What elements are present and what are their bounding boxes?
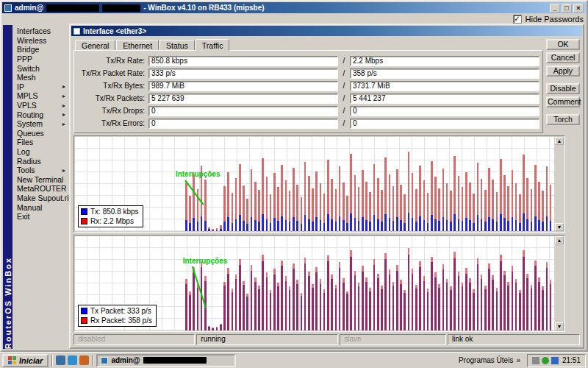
sidebar-item-label: Interfaces [17,26,51,35]
minimize-icon[interactable]: _ [550,4,560,13]
routeros-winbox-banner: RouterOS WinBox [3,25,12,349]
sidebar-item-routing[interactable]: Routing▸ [12,110,68,119]
quicklaunch-media-icon[interactable] [79,355,89,365]
dialog-button-column: OKCancelApplyDisableCommentTorch [546,38,580,133]
quicklaunch-show-desktop-icon[interactable] [56,355,65,365]
sidebar-item-label: Switch [17,64,40,73]
sidebar-item-exit[interactable]: Exit [12,212,68,222]
field-tx-value[interactable]: 850.8 kbps [148,56,338,66]
sidebar-item-label: Manual [17,203,42,212]
tray-status-icon[interactable] [551,357,559,364]
interface-dialog-icon [74,28,80,35]
packet-bars [185,237,553,330]
tray-volume-icon[interactable] [532,357,539,364]
tray-toolbar[interactable]: Programas Úteis » [455,354,524,367]
field-rx-value[interactable]: 3731.7 MiB [350,81,539,91]
sidebar-item-bridge[interactable]: Bridge [12,45,68,54]
field-tx-value[interactable]: 0 [148,118,338,129]
rate-plot-area: Interrupções Tx: 850.8 kbpsRx: 2.2 Mbps [75,137,554,231]
toolbar-row: ✓ Hide Passwords [3,14,584,24]
system-tray: 21:51 [527,354,586,367]
legend-entry: Rx: 2.2 Mbps [81,217,139,225]
scroll-down-icon[interactable]: ▼ [555,322,564,330]
sidebar-item-radius[interactable]: Radius [12,156,68,166]
sidebar-item-ppp[interactable]: PPP [12,54,68,64]
field-tx-value[interactable]: 989.7 MiB [148,81,338,91]
field-tx-value[interactable]: 0 [148,106,338,116]
dialog-body: GeneralEthernetStatusTraffic Tx/Rx Rate:… [71,37,583,347]
maximize-icon[interactable]: □ [562,4,572,13]
scroll-down-icon[interactable]: ▼ [555,223,564,231]
sidebar-item-metarouter[interactable]: MetaROUTER [12,184,68,194]
sidebar-item-label: Wireless [17,36,46,45]
sidebar-item-label: MetaROUTER [17,184,67,193]
sidebar-item-label: New Terminal [17,175,63,184]
sidebar-item-label: MPLS [17,91,38,100]
sidebar-item-ip[interactable]: IP▸ [12,82,68,92]
start-button[interactable]: Iniciar [2,354,49,367]
sidebar-item-tools[interactable]: Tools▸ [12,166,68,175]
taskbar-task-winbox[interactable]: admin@ [96,354,236,367]
tab-general[interactable]: General [75,40,115,50]
field-separator: / [342,107,346,115]
window-titlebar[interactable]: admin@ - WinBox v4.10 on RB433 (mipsbe) … [2,2,586,13]
field-rx-value[interactable]: 2.2 Mbps [350,56,539,66]
sidebar-item-queues[interactable]: Queues [12,129,68,138]
cancel-button[interactable]: Cancel [546,52,580,63]
dialog-titlebar[interactable]: Interface <ether3> [71,26,582,36]
interface-dialog: Interface <ether3> GeneralEthernetStatus… [69,24,584,349]
apply-button[interactable]: Apply [546,66,580,77]
windows-logo-icon [8,356,16,364]
field-rx-value[interactable]: 358 p/s [350,68,539,79]
sidebar-item-log[interactable]: Log [12,147,68,157]
sidebar-item-switch[interactable]: Switch [12,63,68,73]
clock: 21:51 [562,356,581,364]
field-label: Tx/Rx Packet Rate: [74,69,145,77]
legend-color-swatch [81,218,87,224]
button-gap [546,110,580,112]
legend-color-swatch [81,317,87,324]
submenu-arrow-icon: ▸ [62,93,65,99]
brand-vertical-text: RouterOS WinBox [4,255,12,349]
taskbar-divider [92,355,93,367]
tray-network-icon[interactable] [542,357,549,364]
hide-passwords-checkbox[interactable]: ✓ [513,15,522,24]
legend-label: Tx Packet: 333 p/s [90,307,151,315]
sidebar-item-vpls[interactable]: VPLS▸ [12,101,68,110]
submenu-arrow-icon: ▸ [62,167,65,174]
field-tx-value[interactable]: 333 p/s [148,68,338,79]
sidebar-item-interfaces[interactable]: Interfaces [12,26,68,36]
tab-ethernet[interactable]: Ethernet [116,40,159,50]
submenu-arrow-icon: ▸ [62,102,65,109]
disable-button[interactable]: Disable [546,83,580,94]
sidebar-item-new-terminal[interactable]: New Terminal [12,175,68,185]
sidebar-item-label: Bridge [17,45,39,54]
sidebar-item-mesh[interactable]: Mesh [12,73,68,82]
sidebar-item-label: Mesh [17,73,36,82]
sidebar-item-wireless[interactable]: Wireless [12,36,68,46]
sidebar-item-label: System [17,119,43,128]
sidebar-item-manual[interactable]: Manual [12,202,68,212]
sidebar-item-mpls[interactable]: MPLS▸ [12,91,68,101]
field-rx-value[interactable]: 0 [350,106,539,116]
ok-button[interactable]: OK [546,39,580,50]
scroll-up-icon[interactable]: ▲ [555,137,564,145]
redaction-block [102,4,140,12]
field-rx-value[interactable]: 0 [350,118,539,129]
field-tx-value[interactable]: 5 227 639 [148,93,338,104]
close-icon[interactable]: × [573,4,584,13]
field-rx-value[interactable]: 5 441 237 [350,93,539,104]
torch-button[interactable]: Torch [546,114,580,125]
sidebar-item-make-supout-rif[interactable]: Make Supout.rif [12,194,68,203]
quicklaunch-browser-icon[interactable] [68,355,77,365]
comment-button[interactable]: Comment [546,96,580,107]
tab-status[interactable]: Status [159,40,195,50]
scroll-up-icon[interactable]: ▲ [555,236,564,244]
tab-traffic[interactable]: Traffic [196,39,230,51]
field-separator: / [342,82,346,90]
sidebar-item-files[interactable]: Files [12,138,68,147]
hide-passwords-label: Hide Passwords [526,15,584,24]
status-link-ok: link ok [448,334,580,345]
field-separator: / [342,69,346,77]
sidebar-item-system[interactable]: System▸ [12,119,68,129]
